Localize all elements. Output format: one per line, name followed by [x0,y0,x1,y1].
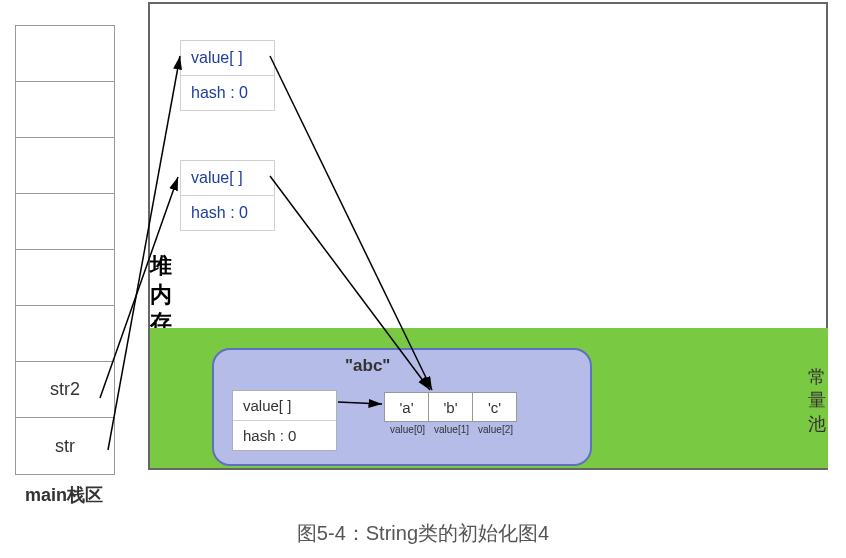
array-cell-2: 'c' [472,392,517,422]
array-index-1: value[1] [429,424,474,435]
value-field: value[ ] [181,41,274,76]
hash-field: hash : 0 [181,76,274,110]
value-field: value[ ] [233,391,336,421]
heap-label-char: 堆 [150,252,172,281]
stack-cell [16,26,114,82]
stack-cell [16,194,114,250]
heap-label-char: 内 [150,281,172,310]
hash-field: hash : 0 [181,196,274,230]
char-array: 'a' value[0] 'b' value[1] 'c' value[2] [385,392,517,422]
constant-pool-label: 常 量 池 [808,366,826,436]
constpool-label-char: 常 [808,366,826,389]
heap-label: 堆 内 存 [150,252,172,338]
hash-field: hash : 0 [233,421,336,450]
array-cell-0: 'a' [384,392,429,422]
string-object-2: value[ ] hash : 0 [180,160,275,231]
figure-caption: 图5-4：String类的初始化图4 [0,520,846,547]
array-cell-1: 'b' [428,392,473,422]
main-stack: str2 str [15,25,115,475]
constpool-label-char: 池 [808,413,826,436]
string-object-1: value[ ] hash : 0 [180,40,275,111]
value-field: value[ ] [181,161,274,196]
constpool-label-char: 量 [808,389,826,412]
array-index-0: value[0] [385,424,430,435]
stack-cell-str2: str2 [16,362,114,418]
stack-cell [16,138,114,194]
stack-cell [16,250,114,306]
stack-label: main栈区 [25,483,103,507]
array-index-2: value[2] [473,424,518,435]
string-object-pool: value[ ] hash : 0 [232,390,337,451]
stack-cell [16,82,114,138]
stack-cell-str: str [16,418,114,474]
literal-text: "abc" [345,356,390,376]
stack-cell [16,306,114,362]
